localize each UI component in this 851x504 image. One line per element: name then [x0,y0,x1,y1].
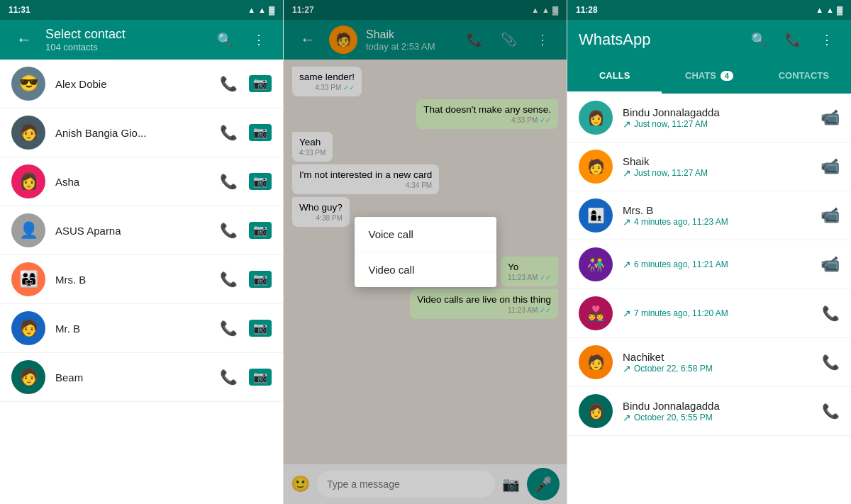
video-icon[interactable]: 📷 [249,271,272,288]
call-name: Shaik [623,155,811,167]
signal-icon: ▲ [816,6,823,14]
call-time: October 20, 5:55 PM [634,413,713,422]
contact-name: Asha [55,176,210,188]
contact-item[interactable]: 👤 ASUS Aparna 📞 📷 [0,206,283,255]
call-item[interactable]: 👨‍❤️‍👨 ↗ 7 minutes ago, 11:20 AM 📞 [567,289,851,338]
call-detail: ↗ 4 minutes ago, 11:23 AM [623,216,811,228]
video-call-icon[interactable]: 📹 [821,255,840,274]
video-icon[interactable]: 📷 [249,173,272,190]
call-item[interactable]: 👩 Bindu Jonnalagadda ↗ October 20, 5:55 … [567,387,851,436]
more-button-left[interactable]: ⋮ [246,27,272,52]
avatar: 🧑 [11,360,45,394]
status-icons-left: ▲ ▲ ▓ [247,6,274,14]
avatar: 😎 [11,67,45,101]
contact-actions: 📞 📷 [220,222,272,239]
search-button-left[interactable]: 🔍 [212,27,238,52]
call-item[interactable]: 👩‍👦 Mrs. B ↗ 4 minutes ago, 11:23 AM 📹 [567,191,851,240]
call-time: October 22, 6:58 PM [634,364,713,374]
video-icon[interactable]: 📷 [249,222,272,239]
call-item[interactable]: 🧑 Shaik ↗ Just now, 11:27 AM 📹 [567,142,851,191]
status-time-left: 11:31 [9,5,30,15]
chat-panel: 11:27 ▲ ▲ ▓ ← 🧑 Shaik today at 2:53 AM 📞… [284,0,567,504]
whatsapp-title: WhatsApp [579,30,738,49]
phone-icon[interactable]: 📞 [220,369,238,386]
contact-item[interactable]: 👨‍👩‍👧 Mrs. B 📞 📷 [0,255,283,304]
video-call-icon[interactable]: 📹 [821,108,840,127]
call-item[interactable]: 👫 ↗ 6 minutes ago, 11:21 AM 📹 [567,240,851,289]
phone-icon[interactable]: 📞 [220,75,238,92]
call-info: Bindu Jonnalagadda ↗ Just now, 11:27 AM [623,106,811,130]
dropdown-overlay[interactable]: Voice call Video call [284,0,567,504]
voice-call-option[interactable]: Voice call [355,217,496,252]
video-icon[interactable]: 📷 [249,124,272,141]
video-call-icon[interactable]: 📹 [821,206,840,225]
call-item[interactable]: 🧑 Nachiket ↗ October 22, 6:58 PM 📞 [567,338,851,387]
call-info: ↗ 6 minutes ago, 11:21 AM [623,259,811,270]
call-item[interactable]: 👩 Bindu Jonnalagadda ↗ Just now, 11:27 A… [567,94,851,142]
video-icon[interactable]: 📷 [249,369,272,386]
contact-name: Alex Dobie [55,78,210,90]
contact-item[interactable]: 🧑 Beam 📞 📷 [0,353,283,402]
tab-calls-label: CALLS [599,70,630,81]
outgoing-arrow: ↗ [623,118,631,130]
tabs-bar: CALLS CHATS 4 CONTACTS [567,60,851,94]
more-button-right[interactable]: ⋮ [814,27,840,52]
tab-chats[interactable]: CHATS 4 [662,60,756,94]
phone-icon[interactable]: 📞 [220,320,238,337]
call-time: Just now, 11:27 AM [634,168,708,178]
avatar: 👨‍❤️‍👨 [579,296,613,330]
tab-contacts[interactable]: CONTACTS [757,60,851,94]
status-time-right: 11:28 [576,5,598,15]
call-info: Shaik ↗ Just now, 11:27 AM [623,155,811,179]
call-time: 7 minutes ago, 11:20 AM [634,308,728,318]
video-call-icon[interactable]: 📹 [821,157,840,176]
phone-call-icon[interactable]: 📞 [822,305,840,322]
phone-call-icon[interactable]: 📞 [822,403,840,420]
call-name: Bindu Jonnalagadda [623,400,812,412]
video-call-option[interactable]: Video call [355,252,496,287]
tab-contacts-label: CONTACTS [779,70,829,81]
contact-actions: 📞 📷 [220,320,272,337]
outgoing-arrow: ↗ [623,363,631,374]
contacts-app-bar: ← Select contact 104 contacts 🔍 ⋮ [0,20,283,60]
tab-calls[interactable]: CALLS [567,60,662,94]
phone-call-icon[interactable]: 📞 [822,354,840,371]
tab-chats-label: CHATS [685,70,716,81]
contact-item[interactable]: 👩 Asha 📞 📷 [0,157,283,206]
contacts-title: Select contact [45,27,204,42]
call-name: Nachiket [623,351,812,363]
avatar: 👫 [579,247,613,281]
call-time: Just now, 11:27 AM [634,119,708,129]
outgoing-arrow: ↗ [623,412,631,423]
phone-icon[interactable]: 📞 [220,271,238,288]
outgoing-arrow: ↗ [623,216,631,228]
call-info: ↗ 7 minutes ago, 11:20 AM [623,308,812,319]
avatar: 👩 [579,101,613,135]
contact-item[interactable]: 🧑 Mr. B 📞 📷 [0,304,283,353]
contact-actions: 📞 📷 [220,124,272,141]
video-icon[interactable]: 📷 [249,320,272,337]
call-detail: ↗ October 20, 5:55 PM [623,412,812,423]
phone-icon[interactable]: 📞 [220,124,238,141]
call-info: Nachiket ↗ October 22, 6:58 PM [623,351,812,374]
avatar: 🧑 [579,150,613,184]
contact-item[interactable]: 😎 Alex Dobie 📞 📷 [0,60,283,108]
outgoing-arrow: ↗ [623,167,631,179]
add-call-button[interactable]: 📞 [780,27,806,52]
contact-actions: 📞 📷 [220,173,272,190]
call-name: Bindu Jonnalagadda [623,106,811,118]
contact-name: ASUS Aparna [55,225,210,237]
call-name: Mrs. B [623,204,811,216]
phone-icon[interactable]: 📞 [220,222,238,239]
contact-name: Mr. B [55,323,210,335]
video-icon[interactable]: 📷 [249,75,272,92]
back-button[interactable]: ← [11,27,37,52]
search-button-right[interactable]: 🔍 [746,27,772,52]
call-detail: ↗ Just now, 11:27 AM [623,167,811,179]
avatar: 👩 [579,394,613,428]
contact-name: Mrs. B [55,274,210,286]
phone-icon[interactable]: 📞 [220,173,238,190]
contact-name: Anish Bangia Gio... [55,127,210,139]
call-time: 6 minutes ago, 11:21 AM [634,259,728,269]
contact-item[interactable]: 🧑 Anish Bangia Gio... 📞 📷 [0,108,283,157]
